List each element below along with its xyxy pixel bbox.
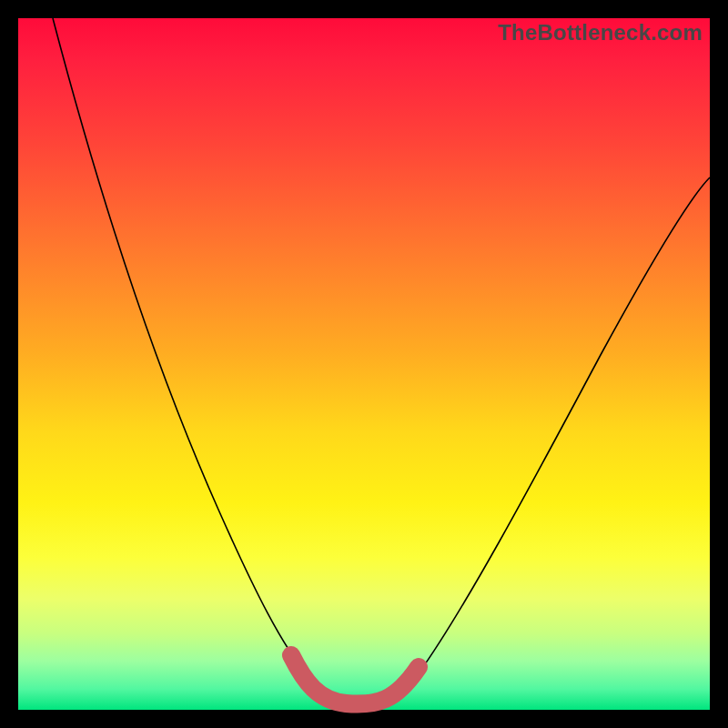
bottleneck-curve (53, 18, 710, 705)
highlight-bottom (291, 655, 419, 704)
chart-frame: TheBottleneck.com (18, 18, 710, 710)
chart-svg (18, 18, 710, 710)
watermark-text: TheBottleneck.com (498, 20, 703, 46)
